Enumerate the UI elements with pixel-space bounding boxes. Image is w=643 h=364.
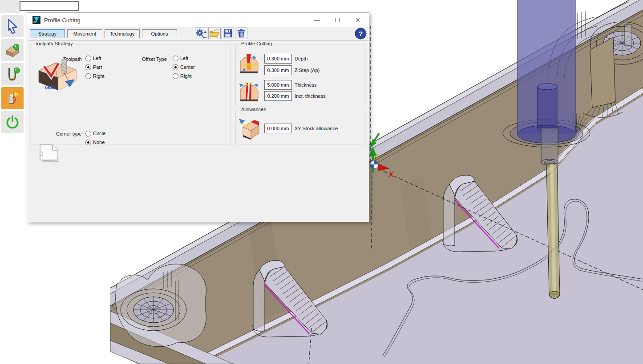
radio-corner-circle[interactable]: Circle <box>85 129 105 138</box>
radio-corner-none[interactable]: None <box>85 138 105 147</box>
group-label: Allowances <box>239 107 268 112</box>
svg-text:?: ? <box>358 30 362 37</box>
select-cursor-icon <box>4 18 20 34</box>
thickness-field[interactable] <box>264 80 292 90</box>
radio-offset-left[interactable]: Left <box>173 54 195 63</box>
tool-collet <box>541 128 558 165</box>
status-dot-green <box>14 68 20 73</box>
close-icon: × <box>356 16 360 25</box>
depth-field[interactable] <box>264 54 292 64</box>
maximize-button[interactable] <box>327 13 348 27</box>
thickness-icon <box>239 80 259 102</box>
operation-type-icon <box>32 16 40 24</box>
xy-allowance-field[interactable] <box>264 124 292 133</box>
zstep-field[interactable] <box>264 65 292 75</box>
offset-type-label: Offset Type <box>142 56 167 62</box>
g40-text: G40 <box>45 84 55 91</box>
tool-icon <box>4 66 20 82</box>
minimize-icon: — <box>314 16 320 24</box>
profile-cutting-dialog: Profile Cutting — × Strategy Movement Te… <box>27 12 369 222</box>
tab-movement[interactable]: Movement <box>67 29 102 38</box>
radio-offset-right[interactable]: Right <box>173 72 195 80</box>
toolbar-separator <box>28 40 368 40</box>
depth-label: Depth <box>295 56 307 61</box>
depth-icon <box>239 53 259 74</box>
radio-toolpath-part[interactable]: Part <box>85 63 105 72</box>
delete-button[interactable] <box>235 28 247 39</box>
radio-circle[interactable] <box>85 73 91 79</box>
zstep-label: Z Step (Ap) <box>295 68 319 73</box>
help-button[interactable]: ? <box>354 28 367 40</box>
tab-technology[interactable]: Technology <box>105 29 140 38</box>
thickness-label: Thickness <box>295 82 317 88</box>
tab-strategy[interactable]: Strategy <box>30 29 65 38</box>
gear-refresh-icon <box>196 28 206 38</box>
incr-thickness-field[interactable] <box>264 91 292 101</box>
toolpath-strategy-group: Toolpath Strategy Toolpath Left Part Rig… <box>29 44 231 144</box>
operation-icon <box>4 90 20 106</box>
radio-toolpath-right[interactable]: Right <box>85 72 105 80</box>
status-dot-orange <box>13 92 19 97</box>
circular-boss-left <box>116 264 206 347</box>
xy-allowance-label: XY Stock allowance <box>295 126 338 131</box>
maximize-icon <box>335 18 340 22</box>
status-dot-green <box>13 44 19 50</box>
tab-options[interactable]: Options <box>142 29 177 38</box>
g40-toolpath-icon: G40 <box>35 56 78 96</box>
x-axis-label: X <box>388 171 394 178</box>
radio-circle-selected[interactable] <box>173 64 178 70</box>
sidebar-item-workpiece[interactable] <box>1 39 24 61</box>
radio-offset-center[interactable]: Center <box>173 63 195 72</box>
workpiece-icon <box>4 42 20 58</box>
corner-type-icon <box>37 143 61 162</box>
radio-toolpath-left[interactable]: Left <box>85 54 105 63</box>
close-button[interactable]: × <box>348 13 368 27</box>
xy-allowance-icon <box>239 117 260 140</box>
sidebar-item-operation-active[interactable] <box>1 87 24 109</box>
corner-type-label: Corner type <box>56 131 81 136</box>
sidebar-item-run[interactable] <box>1 111 24 133</box>
save-disk-icon <box>223 28 233 38</box>
radio-circle[interactable] <box>85 131 91 136</box>
group-label: Toolpath Strategy <box>33 41 75 46</box>
minimize-button[interactable]: — <box>307 13 327 27</box>
trash-icon <box>236 28 246 38</box>
save-button[interactable] <box>222 28 234 39</box>
application-window: 5 X <box>0 0 643 364</box>
incr-thickness-label: Incr. thickness <box>295 93 326 99</box>
open-button[interactable] <box>208 28 221 39</box>
radio-circle[interactable] <box>173 56 178 61</box>
radio-circle-selected[interactable] <box>85 64 91 70</box>
operations-sidebar <box>0 15 25 135</box>
sidebar-item-tool[interactable] <box>1 63 24 85</box>
sidebar-item-select[interactable] <box>1 15 24 37</box>
dialog-titlebar[interactable]: Profile Cutting — × <box>27 13 369 27</box>
help-icon: ? <box>355 28 367 40</box>
allowances-group: Allowances XY Stock allowance <box>235 110 364 144</box>
origin-label: 5 <box>375 153 379 160</box>
power-run-icon <box>4 114 20 130</box>
recalculate-button[interactable] <box>195 28 207 39</box>
radio-circle-selected[interactable] <box>85 140 91 145</box>
dialog-title: Profile Cutting <box>44 17 81 24</box>
open-folder-icon <box>209 28 220 38</box>
group-label: Profile Cutting <box>239 41 274 46</box>
radio-circle[interactable] <box>173 73 178 79</box>
radio-circle[interactable] <box>85 56 91 61</box>
profile-cutting-group: Profile Cutting Depth Z Step (Ap) Thickn <box>235 44 364 105</box>
